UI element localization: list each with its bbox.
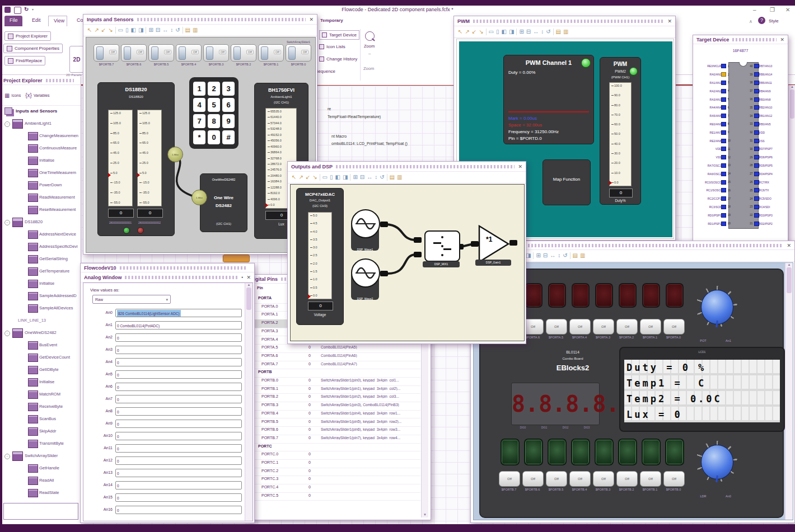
outputs-canvas[interactable]: MCP47x6DAC DAC_Output1 (I2C CH3) 5.04.54… [290,184,525,341]
pin-icon[interactable] [754,180,759,185]
pin-icon[interactable] [754,213,759,218]
split-right-icon[interactable]: ◨ [526,253,531,258]
eblocks-close-icon[interactable]: ✕ [787,243,791,248]
pin-icon[interactable] [721,139,726,143]
add-icon[interactable]: ⊞ [519,29,523,35]
tree-item-continuousmeasure[interactable]: ContinuousMeasure [2,143,81,155]
pin-icon[interactable] [754,130,759,135]
board-button-porta-5[interactable]: Off [546,319,567,335]
new-panel-icon[interactable]: ▭ [118,27,123,33]
pwm-slider-component[interactable]: PWM PWM2 (PWM CH1) 100.090.080.070.060.0… [600,57,641,205]
pin-row-porta-7[interactable]: PORTA.70ComboBL0114(PinA7) [249,361,420,370]
pan-icon[interactable]: ↗ [298,175,303,180]
analog-value-input[interactable]: 0 [115,395,242,403]
tree-item-switcharrayslider[interactable]: –SwitchArraySlider [2,450,81,463]
board-button-porta-0[interactable]: Off [663,319,685,335]
tree-item-inputs-and-sensors[interactable]: Inputs and Sensors [2,106,81,118]
pin-icon[interactable] [754,147,759,151]
pin-icon[interactable] [721,72,726,77]
board-button-porta-4[interactable]: Off [569,319,591,335]
tree-item-powerdown[interactable]: PowerDown [2,180,81,192]
style-menu[interactable]: Style [769,18,779,23]
minimize-button[interactable]: – [753,7,756,13]
tree-item-changemeasuremen[interactable]: ChangeMeasuremen [2,130,81,143]
pin-icon[interactable] [754,163,759,168]
tree-item-ds18b20[interactable]: –DS18B20 [2,216,81,229]
analog-value-input[interactable]: 826 ComboBL0114(LightSensor ADC) [115,309,242,317]
pin-icon[interactable] [721,180,726,185]
layout-icon[interactable]: ▥ [563,29,568,35]
add-icon[interactable]: ⊞ [353,175,357,180]
layout-icon[interactable]: ▥ [580,253,585,258]
tab-view[interactable]: View [48,16,67,26]
pin-row-portc-0[interactable]: PORTC.00 [249,451,420,460]
tree-item-readmeasurement[interactable]: ReadMeasurement [2,192,81,204]
zoom-icon[interactable] [365,31,375,41]
pin-row-porta-6[interactable]: PORTA.60ComboBL0114(PinA6) [249,352,420,361]
rotate-ccw-icon[interactable]: ↺ [175,27,180,33]
view-toggle-target-device[interactable]: Target Device [319,30,359,40]
explorer-tab-variables[interactable]: {x}Variables [25,92,49,98]
pin-icon[interactable] [721,172,726,176]
ribbon-button-project-explorer[interactable]: Project Explorer [4,31,51,41]
board-button-portb-3[interactable]: Off [593,471,614,487]
ribbon-button-component-properties[interactable]: Component Properties [3,44,63,53]
tree-item-getidbyte[interactable]: GetIDByte [2,364,81,376]
tab-edit[interactable]: Edit [27,16,44,26]
pin-row-portc[interactable]: ◢PORTC [249,443,420,452]
tree-item-initialise[interactable]: Initialise [2,155,81,167]
layout-icon[interactable]: ▥ [193,27,198,33]
remove-icon[interactable]: ⊟ [360,175,364,180]
pin-icon[interactable] [754,97,759,102]
align-horizontal-icon[interactable]: ↔ [367,175,372,180]
view-toggle-change-history[interactable]: Change History [319,55,357,63]
map-function-component[interactable]: Map Function [543,159,591,205]
pin-icon[interactable] [721,163,726,168]
tree-item-receivebyte[interactable]: ReceiveByte [2,401,81,413]
paste-icon[interactable]: ↘ [108,27,113,33]
tree-item-link-line-13[interactable]: LINK_LINE_13 [2,315,81,327]
inputs-panel-close-icon[interactable]: ✕ [309,17,314,22]
open-panel-icon[interactable]: ▯ [330,175,333,180]
pin-icon[interactable] [721,196,726,201]
tree-item-initialise[interactable]: Initialise [2,376,81,389]
tree-item-resetmeasurement[interactable]: ResetMeasurement [2,204,81,216]
explorer-tab-icons[interactable]: ▦Icons [4,92,21,98]
pin-row-portb-1[interactable]: PORTB.10SwitchArraySlider1(pin1), keypad… [249,385,420,394]
layout-icon[interactable]: ▥ [397,175,402,180]
slider-marker-icon[interactable] [609,181,612,185]
target-device-close-icon[interactable]: ✕ [780,37,784,43]
tree-item-busevent[interactable]: BusEvent [2,340,81,352]
pin-icon[interactable] [721,147,726,151]
remove-icon[interactable]: ⊟ [156,27,160,33]
add-icon[interactable]: ⊞ [148,27,153,33]
pwm-duty-slider[interactable]: 100.090.080.070.060.050.040.030.020.010.… [609,82,632,186]
pin-icon[interactable] [754,222,759,226]
maximize-button[interactable]: ❐ [770,7,775,13]
align-horizontal-icon[interactable]: ↔ [533,29,539,35]
align-vertical-icon[interactable]: ↕ [170,27,173,33]
analog-value-input[interactable]: 0 [115,407,242,416]
tree-item-initialise[interactable]: Initialise [2,278,81,290]
analog-value-input[interactable]: 0 [115,333,242,342]
expander-icon[interactable]: – [4,454,10,459]
expander-icon[interactable]: – [4,220,10,225]
dsp-mixer-component[interactable] [424,230,460,262]
close-button[interactable]: ✕ [785,7,790,13]
cursor-icon[interactable]: ↖ [458,29,462,35]
help-icon[interactable]: ? [758,17,765,24]
align-vertical-icon[interactable]: ↕ [541,29,544,35]
pin-icon[interactable] [754,196,759,201]
analog-value-input[interactable]: 0 [115,456,242,465]
tree-item-matchrom[interactable]: MatchROM [2,389,81,401]
expander-icon[interactable]: – [4,331,10,336]
pin-icon[interactable] [754,155,759,159]
expander-icon[interactable]: – [4,121,10,127]
board-button-portb-2[interactable]: Off [616,471,638,487]
pin-icon[interactable] [721,114,726,118]
pin-row-portc-5[interactable]: PORTC.50 [249,492,420,501]
onewire-connector-1[interactable]: 1-Wire [167,147,183,162]
zoom-text[interactable]: Zoom [364,44,375,49]
board-button-portb-7[interactable]: Off [499,471,520,487]
pin-row-portb-7[interactable]: PORTB.70SwitchArraySlider1(pin7), keypad… [249,435,420,444]
